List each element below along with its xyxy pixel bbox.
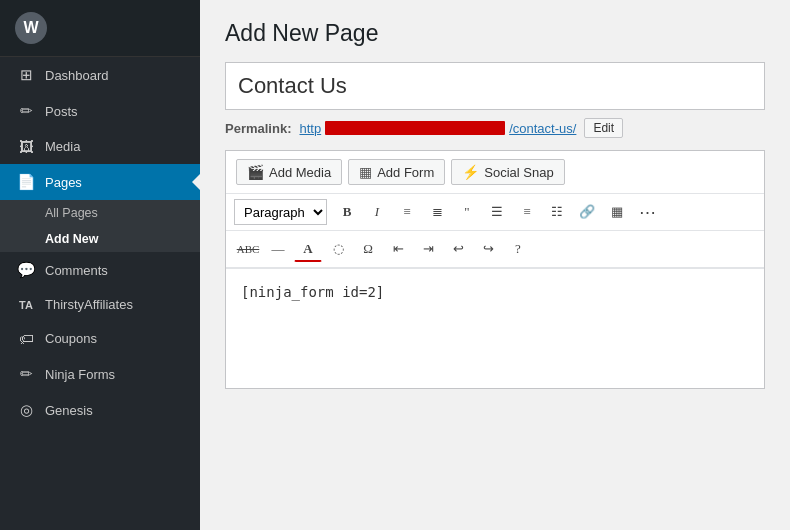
- page-title: Add New Page: [225, 20, 765, 47]
- sidebar-item-label: Media: [45, 139, 185, 154]
- permalink-row: Permalink: http/contact-us/ Edit: [225, 118, 765, 138]
- sidebar-item-label: Genesis: [45, 403, 185, 418]
- editor-content: [ninja_form id=2]: [241, 284, 384, 300]
- ninja-forms-icon: ✏: [15, 365, 37, 383]
- hr-button[interactable]: —: [264, 236, 292, 262]
- posts-icon: ✏: [15, 102, 37, 120]
- more-button[interactable]: ⋯: [633, 199, 661, 225]
- permalink-edit-button[interactable]: Edit: [584, 118, 623, 138]
- add-form-icon: ▦: [359, 164, 372, 180]
- sidebar-item-label: Posts: [45, 104, 185, 119]
- sidebar-item-ninja-forms[interactable]: ✏ Ninja Forms: [0, 356, 200, 392]
- align-right-button[interactable]: ☷: [543, 199, 571, 225]
- ta-icon: TA: [15, 299, 37, 311]
- editor-body[interactable]: [ninja_form id=2]: [226, 268, 764, 388]
- sidebar-item-dashboard[interactable]: ⊞ Dashboard: [0, 57, 200, 93]
- toolbar-row-2: ABC — A ◌ Ω ⇤ ⇥ ↩ ↪ ?: [226, 231, 764, 268]
- sidebar-item-label: Coupons: [45, 331, 185, 346]
- ul-button[interactable]: ≡: [393, 199, 421, 225]
- sidebar: W ⊞ Dashboard ✏ Posts 🖼 Media 📄 Pages Al…: [0, 0, 200, 530]
- sidebar-item-comments[interactable]: 💬 Comments: [0, 252, 200, 288]
- permalink-label: Permalink:: [225, 121, 291, 136]
- dashboard-icon: ⊞: [15, 66, 37, 84]
- add-media-icon: 🎬: [247, 164, 264, 180]
- submenu-add-new[interactable]: Add New: [0, 226, 200, 252]
- sidebar-item-pages[interactable]: 📄 Pages: [0, 164, 200, 200]
- ol-button[interactable]: ≣: [423, 199, 451, 225]
- pages-icon: 📄: [15, 173, 37, 191]
- bold-button[interactable]: B: [333, 199, 361, 225]
- italic-button[interactable]: I: [363, 199, 391, 225]
- sidebar-item-coupons[interactable]: 🏷 Coupons: [0, 321, 200, 356]
- special-chars-button[interactable]: Ω: [354, 236, 382, 262]
- help-button[interactable]: ?: [504, 236, 532, 262]
- coupons-icon: 🏷: [15, 330, 37, 347]
- sidebar-item-label: ThirstyAffiliates: [45, 297, 185, 312]
- redo-button[interactable]: ↪: [474, 236, 502, 262]
- sidebar-item-media[interactable]: 🖼 Media: [0, 129, 200, 164]
- sidebar-item-label: Dashboard: [45, 68, 185, 83]
- format-select[interactable]: Paragraph: [234, 199, 327, 225]
- align-center-button[interactable]: ≡: [513, 199, 541, 225]
- editor-container: 🎬 Add Media ▦ Add Form ⚡ Social Snap Par…: [225, 150, 765, 389]
- pages-submenu: All Pages Add New: [0, 200, 200, 252]
- main-content: Add New Page Permalink: http/contact-us/…: [200, 0, 790, 530]
- social-snap-label: Social Snap: [484, 165, 553, 180]
- social-snap-icon: ⚡: [462, 164, 479, 180]
- add-form-button[interactable]: ▦ Add Form: [348, 159, 445, 185]
- wp-icon: W: [15, 12, 47, 44]
- sidebar-item-thirstyaffiliates[interactable]: TA ThirstyAffiliates: [0, 288, 200, 321]
- link-button[interactable]: 🔗: [573, 199, 601, 225]
- submenu-all-pages[interactable]: All Pages: [0, 200, 200, 226]
- media-icon: 🖼: [15, 138, 37, 155]
- sidebar-item-genesis[interactable]: ◎ Genesis: [0, 392, 200, 428]
- table-button[interactable]: ▦: [603, 199, 631, 225]
- sidebar-item-label: Pages: [45, 175, 185, 190]
- indent-button[interactable]: ⇥: [414, 236, 442, 262]
- permalink-url-start[interactable]: http: [299, 121, 321, 136]
- social-snap-button[interactable]: ⚡ Social Snap: [451, 159, 564, 185]
- blockquote-button[interactable]: ": [453, 199, 481, 225]
- text-color-button[interactable]: A: [294, 236, 322, 262]
- pages-arrow: [192, 174, 200, 190]
- permalink-url-end[interactable]: /contact-us/: [509, 121, 576, 136]
- clear-format-button[interactable]: ◌: [324, 236, 352, 262]
- undo-button[interactable]: ↩: [444, 236, 472, 262]
- strikethrough-button[interactable]: ABC: [234, 236, 262, 262]
- comments-icon: 💬: [15, 261, 37, 279]
- permalink-redacted: [325, 121, 505, 135]
- page-title-input[interactable]: [225, 62, 765, 110]
- media-buttons-row: 🎬 Add Media ▦ Add Form ⚡ Social Snap: [226, 151, 764, 194]
- sidebar-item-label: Comments: [45, 263, 185, 278]
- toolbar-row-1: Paragraph B I ≡ ≣ " ☰ ≡ ☷ 🔗 ▦ ⋯: [226, 194, 764, 231]
- wp-logo: W: [0, 0, 200, 57]
- outdent-button[interactable]: ⇤: [384, 236, 412, 262]
- align-left-button[interactable]: ☰: [483, 199, 511, 225]
- genesis-icon: ◎: [15, 401, 37, 419]
- add-media-label: Add Media: [269, 165, 331, 180]
- sidebar-item-label: Ninja Forms: [45, 367, 185, 382]
- sidebar-item-posts[interactable]: ✏ Posts: [0, 93, 200, 129]
- add-media-button[interactable]: 🎬 Add Media: [236, 159, 342, 185]
- add-form-label: Add Form: [377, 165, 434, 180]
